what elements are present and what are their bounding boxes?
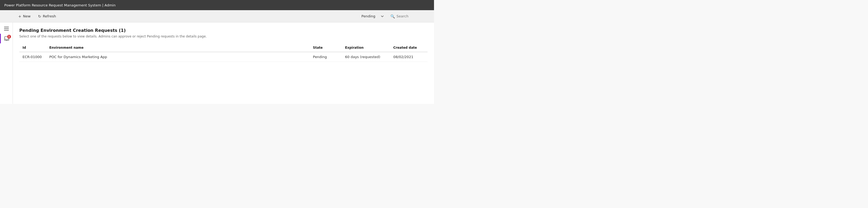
refresh-button-label: Refresh — [43, 14, 56, 18]
cell-expiration: 60 days (requested) — [342, 52, 390, 62]
page-title: Pending Environment Creation Requests (1… — [19, 28, 428, 33]
requests-table: Id Environment name State Expiration Cre… — [19, 44, 428, 62]
cell-env-name: POC for Dynamics Marketing App — [46, 52, 310, 62]
col-header-created-date: Created date — [390, 44, 428, 52]
main-layout: 1 Pending Environment Creation Requests … — [0, 23, 434, 104]
toolbar: + New ↻ Refresh Pending 🔍 — [0, 10, 434, 23]
plus-icon: + — [18, 14, 22, 19]
col-header-expiration: Expiration — [342, 44, 390, 52]
table-body: ECR-01000 POC for Dynamics Marketing App… — [19, 52, 428, 62]
content-area: Pending Environment Creation Requests (1… — [13, 23, 434, 104]
search-group: 🔍 — [387, 13, 432, 20]
requests-badge: 1 — [7, 35, 11, 39]
refresh-icon: ↻ — [38, 14, 41, 19]
search-icon: 🔍 — [390, 14, 395, 19]
cell-state: Pending — [310, 52, 342, 62]
sidebar-item-requests[interactable]: 1 — [0, 34, 12, 43]
hamburger-icon-line1 — [4, 27, 9, 27]
table-row[interactable]: ECR-01000 POC for Dynamics Marketing App… — [19, 52, 428, 62]
refresh-button[interactable]: ↻ Refresh — [35, 12, 59, 20]
cell-created-date: 08/02/2021 — [390, 52, 428, 62]
filter-value: Pending — [359, 14, 377, 18]
new-button-label: New — [23, 14, 31, 18]
sidebar: 1 — [0, 23, 13, 104]
filter-dropdown[interactable] — [378, 14, 386, 19]
app-title: Power Platform Resource Request Manageme… — [4, 3, 116, 7]
col-header-state: State — [310, 44, 342, 52]
filter-group: Pending — [359, 14, 386, 19]
search-input[interactable] — [397, 14, 429, 18]
table-header-row: Id Environment name State Expiration Cre… — [19, 44, 428, 52]
hamburger-icon-line3 — [4, 30, 9, 31]
table-header: Id Environment name State Expiration Cre… — [19, 44, 428, 52]
hamburger-button[interactable] — [2, 25, 11, 33]
new-button[interactable]: + New — [15, 12, 34, 20]
header-bar: Power Platform Resource Request Manageme… — [0, 0, 434, 10]
col-header-env-name: Environment name — [46, 44, 310, 52]
chevron-down-icon — [381, 15, 384, 18]
cell-id: ECR-01000 — [19, 52, 46, 62]
col-header-id: Id — [19, 44, 46, 52]
page-subtitle: Select one of the requests below to view… — [19, 35, 428, 38]
hamburger-icon-line2 — [4, 28, 9, 29]
